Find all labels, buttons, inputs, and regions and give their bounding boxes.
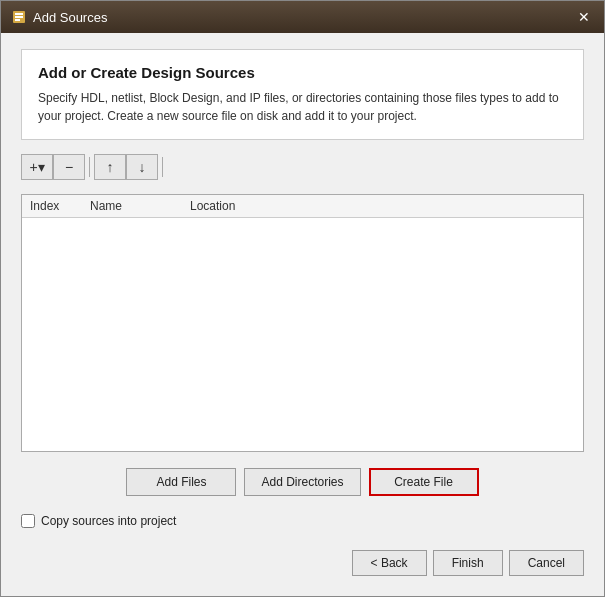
col-location-header: Location	[190, 199, 575, 213]
header-description: Specify HDL, netlist, Block Design, and …	[38, 89, 567, 125]
toolbar-separator	[89, 157, 90, 177]
add-button[interactable]: +▾	[21, 154, 53, 180]
svg-rect-3	[15, 19, 20, 21]
table-header: Index Name Location	[22, 195, 583, 218]
file-table: Index Name Location	[21, 194, 584, 452]
svg-rect-1	[15, 13, 23, 15]
move-up-button[interactable]: ↑	[94, 154, 126, 180]
toolbar-separator-2	[162, 157, 163, 177]
app-icon	[11, 9, 27, 25]
header-title: Add or Create Design Sources	[38, 64, 567, 81]
copy-sources-label: Copy sources into project	[41, 514, 176, 528]
col-index-header: Index	[30, 199, 90, 213]
col-name-header: Name	[90, 199, 190, 213]
title-bar: Add Sources ✕	[1, 1, 604, 33]
bottom-buttons: Add Files Add Directories Create File	[21, 464, 584, 500]
title-bar-left: Add Sources	[11, 9, 107, 25]
nav-buttons: < Back Finish Cancel	[21, 542, 584, 580]
copy-sources-checkbox[interactable]	[21, 514, 35, 528]
add-files-button[interactable]: Add Files	[126, 468, 236, 496]
cancel-button[interactable]: Cancel	[509, 550, 584, 576]
finish-button[interactable]: Finish	[433, 550, 503, 576]
copy-sources-row: Copy sources into project	[21, 512, 584, 530]
table-body	[22, 218, 583, 451]
svg-rect-2	[15, 16, 23, 18]
remove-button[interactable]: −	[53, 154, 85, 180]
create-file-button[interactable]: Create File	[369, 468, 479, 496]
toolbar: +▾ − ↑ ↓	[21, 152, 584, 182]
dialog-title: Add Sources	[33, 10, 107, 25]
dialog-body: Add or Create Design Sources Specify HDL…	[1, 33, 604, 596]
back-button[interactable]: < Back	[352, 550, 427, 576]
dialog-window: Add Sources ✕ Add or Create Design Sourc…	[0, 0, 605, 597]
header-section: Add or Create Design Sources Specify HDL…	[21, 49, 584, 140]
move-down-button[interactable]: ↓	[126, 154, 158, 180]
add-directories-button[interactable]: Add Directories	[244, 468, 360, 496]
close-button[interactable]: ✕	[574, 7, 594, 27]
